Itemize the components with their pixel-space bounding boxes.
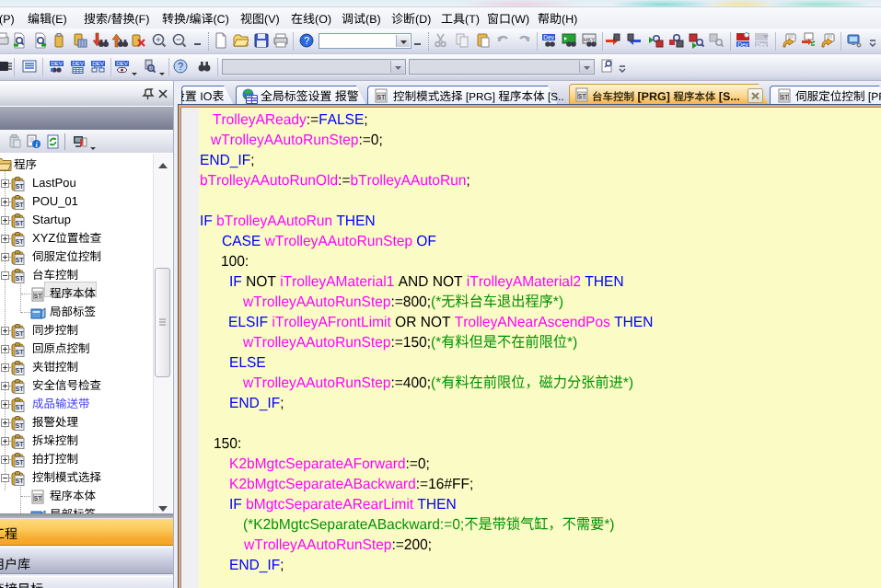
svg-text:ST: ST — [16, 367, 25, 374]
svg-text:ST: ST — [578, 93, 585, 99]
svg-text:ST: ST — [16, 349, 25, 355]
svg-text:?: ? — [178, 61, 183, 72]
svg-text:ST: ST — [16, 459, 25, 466]
svg-text:ST: ST — [16, 183, 25, 190]
svg-text:ST: ST — [34, 293, 41, 299]
svg-text:HKY: HKY — [584, 37, 595, 42]
svg-text:ST: ST — [781, 94, 788, 100]
svg-text:ST: ST — [16, 238, 25, 245]
svg-text:ST: ST — [16, 330, 25, 337]
svg-text:ST: ST — [16, 202, 25, 208]
svg-text:Dev: Dev — [737, 41, 748, 48]
svg-text:DEV: DEV — [116, 60, 129, 66]
svg-text:ST: ST — [16, 275, 25, 282]
svg-text:Dev: Dev — [543, 34, 554, 40]
svg-text:ST: ST — [16, 386, 25, 392]
svg-text:ST: ST — [34, 495, 41, 502]
svg-text:ST: ST — [16, 422, 25, 429]
svg-text:DEV: DEV — [72, 60, 85, 66]
svg-text:DEV: DEV — [51, 60, 64, 66]
svg-text:ST: ST — [16, 257, 25, 263]
svg-text:DEV: DEV — [92, 60, 105, 66]
svg-text:ST: ST — [16, 220, 25, 226]
svg-text:?: ? — [304, 35, 309, 46]
svg-text:ST: ST — [16, 441, 25, 447]
svg-text:ST: ST — [377, 94, 385, 100]
svg-text:Dev: Dev — [756, 41, 767, 48]
svg-text:ST: ST — [16, 478, 25, 484]
svg-text:ST: ST — [16, 404, 25, 410]
